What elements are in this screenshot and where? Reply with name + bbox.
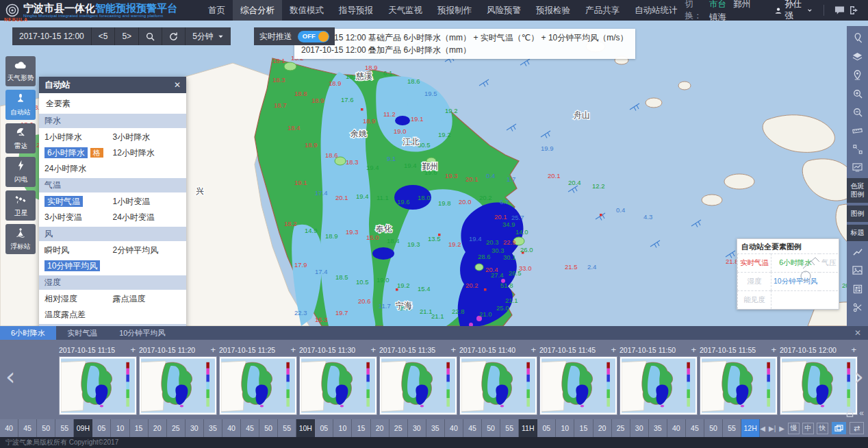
chart-icon[interactable] xyxy=(847,158,868,177)
station-鄞州[interactable]: 鄞州 xyxy=(733,0,750,9)
time-cell-15[interactable]: 15 xyxy=(574,419,593,437)
ruler-icon[interactable] xyxy=(847,121,868,140)
tool-图例[interactable]: 图例 xyxy=(847,206,868,222)
time-cell-50[interactable]: 50 xyxy=(482,419,500,437)
search-button[interactable] xyxy=(139,27,162,45)
time-cell-40[interactable]: 40 xyxy=(222,419,241,437)
time-cell-55[interactable]: 55 xyxy=(723,419,741,437)
push-toggle[interactable]: OFF xyxy=(298,31,329,42)
time-cell-10[interactable]: 10 xyxy=(556,419,574,437)
thumbnail-11:50[interactable]: 2017-10-15 11:50+ xyxy=(620,345,698,415)
time-cell-45[interactable]: 45 xyxy=(18,419,37,437)
element-item-瞬时风[interactable]: 瞬时风 xyxy=(44,242,113,258)
time-cell-55[interactable]: 55 xyxy=(55,419,74,437)
menu-item-风险预警[interactable]: 风险预警 xyxy=(479,0,528,21)
step-prev-icon[interactable]: ◀ xyxy=(760,425,765,432)
time-cell-20[interactable]: 20 xyxy=(371,419,390,437)
element-item-12小时降水[interactable]: 12小时降水 xyxy=(113,145,181,161)
element-item-6小时降水[interactable]: 6小时降水格 xyxy=(44,145,113,161)
dock-自动站[interactable]: 自动站 xyxy=(5,90,36,120)
exit-icon[interactable] xyxy=(847,0,861,21)
menu-item-天气监视[interactable]: 天气监视 xyxy=(381,0,430,21)
time-cell-05[interactable]: 05 xyxy=(92,419,111,437)
time-cell-35[interactable]: 35 xyxy=(649,419,667,437)
element-item-24小时变温[interactable]: 24小时变温 xyxy=(113,210,181,225)
menu-item-综合分析[interactable]: 综合分析 xyxy=(233,0,282,21)
time-cell-55[interactable]: 55 xyxy=(278,419,296,437)
time-cell-10[interactable]: 10 xyxy=(333,419,352,437)
plus-icon[interactable]: + xyxy=(450,345,457,355)
time-cell-10[interactable]: 10 xyxy=(111,419,129,437)
time-cell-50[interactable]: 50 xyxy=(259,419,278,437)
element-item-10分钟平均风[interactable]: 10分钟平均风 xyxy=(44,258,113,274)
time-cell-10H[interactable]: 10H xyxy=(296,419,315,437)
scissors-icon[interactable] xyxy=(847,298,868,316)
step-back-button[interactable]: <5 xyxy=(92,27,116,45)
menu-item-指导预报[interactable]: 指导预报 xyxy=(331,0,381,21)
time-cell-25[interactable]: 25 xyxy=(612,419,630,437)
lock-icon[interactable] xyxy=(846,409,854,417)
thumb-map[interactable] xyxy=(219,356,297,415)
menu-item-首页[interactable]: 首页 xyxy=(201,0,233,21)
thumb-map[interactable] xyxy=(139,356,217,415)
speed-快[interactable]: 快 xyxy=(817,423,828,434)
element-item-温度露点差[interactable]: 温度露点差 xyxy=(44,307,113,323)
menu-item-数值模式[interactable]: 数值模式 xyxy=(282,0,331,21)
time-cell-40[interactable]: 40 xyxy=(445,419,463,437)
time-cell-30[interactable]: 30 xyxy=(408,419,426,437)
plus-icon[interactable]: + xyxy=(531,345,537,355)
interval-dropdown[interactable]: 5分钟 xyxy=(186,27,231,45)
time-cell-15[interactable]: 15 xyxy=(352,419,370,437)
thumb-map[interactable] xyxy=(379,356,457,415)
menu-item-预报制作[interactable]: 预报制作 xyxy=(430,0,479,21)
time-cell-45[interactable]: 45 xyxy=(463,419,482,437)
plus-icon[interactable]: + xyxy=(851,345,858,355)
layers-icon[interactable] xyxy=(847,47,868,66)
element-item-实时气温[interactable]: 实时气温 xyxy=(44,194,113,210)
time-cell-11H[interactable]: 11H xyxy=(519,419,537,437)
time-cell-50[interactable]: 50 xyxy=(704,419,723,437)
next-thumbnails-icon[interactable]: › xyxy=(854,363,864,390)
thumbnail-11:35[interactable]: 2017-10-15 11:35+ xyxy=(379,345,457,415)
plus-icon[interactable]: + xyxy=(370,345,377,355)
thumb-map[interactable] xyxy=(59,356,137,415)
thumbnail-11:15[interactable]: 2017-10-15 11:15+ xyxy=(59,345,137,415)
plus-icon[interactable]: + xyxy=(771,345,778,355)
plus-icon[interactable]: + xyxy=(130,345,137,355)
tool-色斑图例[interactable]: 色斑图例 xyxy=(847,178,868,203)
element-item-3小时变温[interactable]: 3小时变温 xyxy=(44,210,113,225)
grid-badge[interactable]: 格 xyxy=(90,148,103,158)
time-cell-05[interactable]: 05 xyxy=(315,419,333,437)
plus-icon[interactable]: + xyxy=(691,345,698,355)
thumbnail-11:20[interactable]: 2017-10-15 11:20+ xyxy=(139,345,217,415)
menu-item-产品共享[interactable]: 产品共享 xyxy=(578,0,627,21)
time-cell-55[interactable]: 55 xyxy=(500,419,519,437)
time-cell-35[interactable]: 35 xyxy=(426,419,445,437)
thumb-map[interactable] xyxy=(620,356,698,415)
thumbnail-11:30[interactable]: 2017-10-15 11:30+ xyxy=(299,345,377,415)
time-cell-05[interactable]: 05 xyxy=(537,419,556,437)
time-cell-25[interactable]: 25 xyxy=(390,419,408,437)
time-cell-09H[interactable]: 09H xyxy=(74,419,92,437)
animation-image-button[interactable] xyxy=(832,422,846,434)
thumbnail-11:55[interactable]: 2017-10-15 11:55+ xyxy=(700,345,778,415)
thumbnail-11:25[interactable]: 2017-10-15 11:25+ xyxy=(219,345,297,415)
step-forward-button[interactable]: 5> xyxy=(115,27,139,45)
tab-实时气温[interactable]: 实时气温 xyxy=(56,326,108,340)
refresh-button[interactable] xyxy=(162,27,186,45)
step-next-icon[interactable]: ▶| xyxy=(769,425,776,432)
thumb-map[interactable] xyxy=(780,356,858,415)
element-item-3小时降水[interactable]: 3小时降水 xyxy=(113,129,181,145)
prev-thumbnails-icon[interactable]: ‹ xyxy=(5,363,15,390)
datetime-display[interactable]: 2017-10-15 12:00 xyxy=(12,27,92,45)
tool-标题[interactable]: 标题 xyxy=(847,225,868,241)
close-bottom-panel-icon[interactable]: ✕ xyxy=(854,328,861,338)
element-item-1小时变温[interactable]: 1小时变温 xyxy=(113,194,181,210)
time-cell-40[interactable]: 40 xyxy=(0,419,18,437)
all-elements-item[interactable]: 全要素 xyxy=(39,95,186,113)
thumb-map[interactable] xyxy=(459,356,537,415)
dock-卫星[interactable]: 卫星 xyxy=(5,190,36,221)
element-item-相对湿度[interactable]: 相对湿度 xyxy=(44,291,113,307)
route-pin-icon[interactable] xyxy=(847,29,868,47)
close-icon[interactable]: ✕ xyxy=(174,80,181,90)
